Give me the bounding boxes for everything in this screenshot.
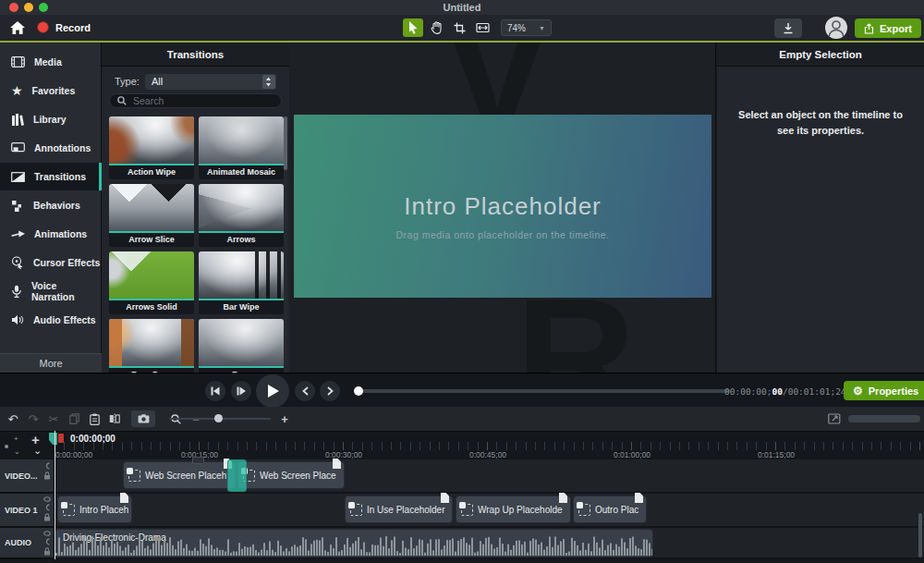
- cut-button[interactable]: ✂: [44, 410, 63, 427]
- track-header-video1[interactable]: VIDEO 1: [0, 494, 55, 528]
- close-window-button[interactable]: [9, 3, 18, 12]
- playhead-line[interactable]: [55, 431, 55, 559]
- lock-icon[interactable]: [43, 471, 51, 480]
- jump-forward-button[interactable]: [320, 381, 340, 401]
- zoom-level-select[interactable]: 74% ▼: [501, 19, 552, 36]
- playback-scrubber[interactable]: [356, 389, 730, 393]
- clip-outro-placeholder[interactable]: Outro Plac: [573, 496, 647, 523]
- sidebar-item-favorites[interactable]: ★ Favorites: [0, 77, 102, 104]
- properties-button[interactable]: ⚙ Properties: [844, 381, 924, 400]
- timeline-zoom-in-button[interactable]: +: [275, 410, 294, 427]
- clip-wrap-up-placeholder[interactable]: Wrap Up Placeholde: [456, 496, 571, 523]
- sidebar-item-voice-narration[interactable]: Voice Narration: [0, 277, 102, 305]
- copy-button[interactable]: [65, 410, 83, 427]
- paste-icon: [90, 413, 100, 425]
- previous-frame-button[interactable]: [205, 381, 225, 401]
- crop-tool-button[interactable]: [449, 18, 469, 37]
- minimize-window-button[interactable]: [24, 3, 33, 12]
- eye-icon[interactable]: [43, 496, 51, 502]
- sidebar-item-library[interactable]: Library: [0, 105, 102, 133]
- monitor-icon[interactable]: [43, 462, 51, 470]
- detach-timeline-button[interactable]: [825, 410, 844, 427]
- transitions-scrollbar[interactable]: [284, 116, 287, 366]
- sidebar-item-media[interactable]: Media: [0, 48, 102, 76]
- sidebar-item-audio-effects[interactable]: Audio Effects: [0, 306, 102, 334]
- transition-badge-icon: [192, 457, 204, 464]
- pan-hand-tool-button[interactable]: [426, 18, 446, 37]
- jump-back-button[interactable]: [295, 381, 315, 401]
- sidebar-item-annotations[interactable]: Annotations: [0, 134, 102, 162]
- ruler-label: 0:00:00;00: [55, 450, 120, 459]
- preview-canvas[interactable]: Intro Placeholder Drag media onto placeh…: [294, 115, 711, 298]
- eye-icon[interactable]: [43, 531, 51, 536]
- clip-label: Web Screen Place: [260, 471, 336, 481]
- clip-web-screen-1[interactable]: Web Screen Placeh: [123, 461, 236, 489]
- microphone-icon: [11, 285, 22, 298]
- transition-card[interactable]: Bar Wipe: [199, 251, 284, 316]
- search-box[interactable]: [109, 93, 282, 108]
- transition-on-timeline[interactable]: [227, 459, 247, 492]
- track-name: VIDEO...: [5, 471, 38, 481]
- monitor-icon[interactable]: [43, 504, 51, 511]
- track-name: AUDIO: [5, 538, 31, 547]
- clip-in-use-placeholder[interactable]: In Use Placeholder: [345, 496, 453, 523]
- home-button[interactable]: [9, 20, 26, 35]
- timeline-zoom-slider-thumb[interactable]: [214, 414, 223, 422]
- search-input[interactable]: [131, 94, 261, 107]
- sidebar-more-button[interactable]: More: [0, 353, 102, 373]
- paste-button[interactable]: [85, 410, 103, 427]
- sidebar-item-transitions[interactable]: Transitions: [0, 163, 102, 190]
- transition-card[interactable]: Animated Mosaic: [199, 116, 284, 181]
- clip-audio-driving-electronic-drama[interactable]: Driving-Electronic-Drama: [55, 529, 653, 557]
- track-height-decrease-icon[interactable]: ⌄: [14, 447, 20, 456]
- sidebar-item-cursor-effects[interactable]: Cursor Effects: [0, 249, 102, 276]
- pan-zoom-tool-button[interactable]: [472, 18, 492, 37]
- crop-icon: [454, 22, 466, 34]
- transition-label: Arrows: [199, 233, 284, 247]
- clip-intro-placeholder[interactable]: Intro Placeh: [57, 496, 132, 523]
- sidebar-item-behaviors[interactable]: Behaviors: [0, 191, 102, 219]
- sidebar-item-animations[interactable]: Animations: [0, 220, 102, 248]
- ruler-label: 0:00:45;00: [456, 450, 520, 459]
- play-button[interactable]: [256, 374, 289, 408]
- timeline-ruler[interactable]: + ⌄ + ⌄ 0:00:00;00 0:00:00;00 0:00:15;00…: [0, 431, 924, 459]
- timeline-horizontal-scrollbar[interactable]: [848, 415, 920, 422]
- record-button[interactable]: Record: [37, 21, 91, 33]
- transitions-panel: Transitions Type: All Action Wipe Animat…: [102, 43, 289, 373]
- transition-card[interactable]: Bars: [199, 319, 284, 373]
- sidebar-item-label: Library: [33, 114, 67, 125]
- transition-card[interactable]: Arrows: [199, 184, 284, 249]
- clip-web-screen-2[interactable]: Web Screen Place: [237, 461, 345, 489]
- account-avatar[interactable]: [825, 17, 847, 39]
- download-button[interactable]: [774, 18, 802, 38]
- track-height-increase-icon[interactable]: +: [14, 434, 18, 443]
- sidebar-item-label: Annotations: [34, 142, 91, 153]
- placeholder-clip-icon: [350, 504, 362, 516]
- placeholder-clip-icon: [578, 504, 590, 516]
- transition-card[interactable]: Action Wipe: [109, 116, 194, 181]
- undo-button[interactable]: ↶: [4, 410, 22, 427]
- screenshot-button[interactable]: [131, 410, 155, 427]
- track-header-audio[interactable]: AUDIO: [0, 528, 55, 559]
- transition-card[interactable]: Arrow Slice: [109, 184, 194, 249]
- select-tool-button[interactable]: [403, 18, 423, 37]
- monitor-icon[interactable]: [43, 538, 51, 545]
- scrubber-knob[interactable]: [354, 386, 363, 396]
- export-button[interactable]: Export: [855, 18, 921, 38]
- zoom-window-button[interactable]: [39, 3, 48, 12]
- split-button[interactable]: [105, 410, 124, 427]
- timeline-vertical-scrollbar[interactable]: [918, 513, 922, 557]
- stepper-icon: [262, 75, 275, 89]
- lock-icon[interactable]: [43, 513, 51, 521]
- transition-card[interactable]: Arrows Solid: [109, 251, 194, 316]
- track-header-video2[interactable]: VIDEO...: [0, 459, 55, 494]
- collapse-tracks-button[interactable]: ⌄: [33, 445, 42, 457]
- lock-icon[interactable]: [43, 547, 51, 556]
- transition-card[interactable]: Barn Door: [109, 319, 194, 373]
- track-options-dot-icon[interactable]: [5, 445, 8, 448]
- record-icon: [37, 21, 49, 33]
- type-select[interactable]: All: [145, 74, 276, 90]
- step-forward-button[interactable]: [231, 381, 251, 401]
- redo-button[interactable]: ↷: [24, 410, 43, 427]
- transition-thumbnail: [199, 319, 284, 368]
